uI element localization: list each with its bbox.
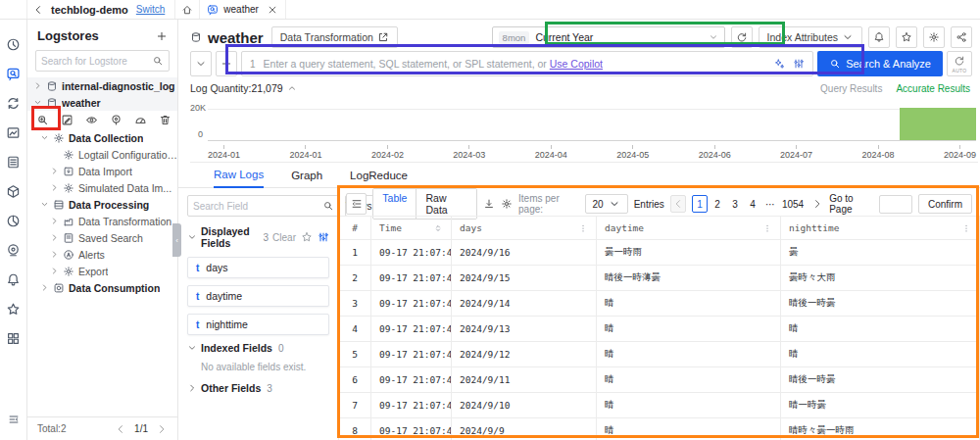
table-row[interactable]: 409-17 21:07:462024/9/13晴晴	[339, 317, 980, 342]
column-header-nighttime[interactable]: nighttime	[781, 217, 980, 240]
star-icon[interactable]	[301, 231, 313, 243]
cell-days[interactable]: 2024/9/16	[452, 240, 597, 266]
cell-days[interactable]: 2024/9/10	[452, 393, 597, 418]
field-settings-icon[interactable]	[318, 231, 329, 243]
home-icon[interactable]	[174, 0, 200, 19]
row-index[interactable]: 8	[339, 418, 371, 440]
field-chip-daytime[interactable]: tdaytime	[187, 285, 329, 307]
cell-days[interactable]: 2024/9/12	[452, 342, 597, 367]
chevron-right-icon[interactable]	[49, 267, 59, 275]
query-results-toggle[interactable]: Query Results	[820, 83, 882, 94]
page-4[interactable]: 4	[745, 195, 760, 213]
cell-days[interactable]: 2024/9/14	[452, 291, 597, 317]
field-chip-nighttime[interactable]: tnighttime	[187, 314, 329, 335]
cell-time[interactable]: 09-17 21:07:46	[371, 266, 452, 291]
alerts-button[interactable]	[868, 26, 890, 48]
table-row[interactable]: 509-17 21:07:462024/9/12晴晴	[339, 342, 980, 367]
page-2[interactable]: 2	[710, 195, 725, 213]
row-index[interactable]: 1	[339, 240, 371, 266]
query-input[interactable]: 1 Enter a query statement, SQL statement…	[241, 51, 813, 76]
field-search[interactable]	[187, 195, 340, 217]
next-entries-button[interactable]	[811, 198, 823, 210]
chevron-down-icon[interactable]	[39, 133, 49, 142]
search-plus-icon[interactable]	[36, 114, 49, 126]
column-header-daytime[interactable]: daytime	[597, 217, 781, 240]
download-icon[interactable]	[483, 198, 495, 210]
edit-icon[interactable]	[61, 114, 74, 126]
gauge-icon[interactable]	[134, 114, 147, 126]
tab-graph[interactable]: Graph	[291, 170, 322, 187]
cell-daytime[interactable]: 晴後一時薄曇	[597, 266, 781, 291]
cell-time[interactable]: 09-17 21:07:46	[371, 393, 452, 418]
table-settings-icon[interactable]	[501, 198, 513, 210]
logstore-search-input[interactable]	[41, 56, 152, 67]
close-tab-icon[interactable]	[267, 4, 278, 16]
chevron-right-icon[interactable]	[39, 283, 49, 292]
cell-daytime[interactable]: 晴	[597, 367, 781, 393]
doc-list-icon[interactable]	[2, 147, 25, 176]
cell-daytime[interactable]: 晴	[597, 418, 781, 440]
tree-item-alerts[interactable]: Alerts	[27, 246, 177, 263]
column-header-time[interactable]: Time	[371, 217, 452, 240]
cell-time[interactable]: 09-17 21:07:46	[371, 342, 452, 367]
cell-days[interactable]: 2024/9/15	[452, 266, 597, 291]
row-index[interactable]: 2	[339, 266, 371, 291]
cell-nighttime[interactable]: 曇	[781, 240, 980, 266]
column-menu-icon[interactable]	[961, 223, 971, 233]
cell-daytime[interactable]: 晴	[597, 317, 781, 342]
share-button[interactable]	[951, 26, 972, 48]
table-row[interactable]: 209-17 21:07:462024/9/15晴後一時薄曇曇時々大雨	[339, 266, 980, 291]
table-row[interactable]: 809-17 21:07:462024/9/9晴晴時々曇一時雨	[339, 418, 980, 440]
tree-item-weather[interactable]: weather	[27, 94, 177, 111]
bell-icon[interactable]	[2, 265, 25, 294]
cell-daytime[interactable]: 晴	[597, 393, 781, 418]
table-row[interactable]: 109-17 21:07:462024/9/16曇一時雨曇	[339, 240, 980, 266]
collapse-menu-icon[interactable]	[2, 405, 25, 434]
tree-item-export[interactable]: Export	[27, 263, 177, 279]
tree-item-logtail-configurations[interactable]: Logtail Configurations	[27, 146, 177, 163]
chevron-down-icon[interactable]	[39, 200, 49, 209]
chevron-right-icon[interactable]	[49, 183, 59, 192]
search-analyze-button[interactable]: Search & Analyze	[817, 51, 943, 76]
collapse-fields-button[interactable]	[346, 193, 367, 215]
logstore-search[interactable]	[35, 50, 170, 72]
chevron-right-icon[interactable]	[49, 167, 59, 175]
tree-item-data-import[interactable]: Data Import	[27, 163, 177, 179]
field-search-input[interactable]	[193, 201, 322, 212]
histogram-bar-2024-09[interactable]	[900, 108, 976, 140]
use-copilot-link[interactable]: Use Copilot	[550, 58, 603, 70]
column-header-days[interactable]: days	[452, 217, 597, 240]
cell-days[interactable]: 2024/9/9	[452, 418, 597, 440]
settings-button[interactable]	[923, 26, 945, 48]
search-chat-icon[interactable]	[2, 59, 25, 88]
prev-page-icon[interactable]	[115, 423, 126, 435]
chevron-right-icon[interactable]	[49, 217, 59, 225]
cell-time[interactable]: 09-17 21:07:46	[371, 317, 452, 342]
data-transformation-button[interactable]: Data Transformation	[271, 26, 398, 48]
chevron-right-icon[interactable]	[32, 81, 42, 90]
accurate-results-toggle[interactable]: Accurate Results	[896, 83, 970, 94]
tree-item-data-collection[interactable]: Data Collection	[27, 129, 177, 146]
trash-icon[interactable]	[159, 114, 172, 126]
indexed-fields-header[interactable]: Indexed Fields 0	[187, 342, 329, 354]
clear-fields-button[interactable]: Clear	[272, 232, 296, 243]
time-range-picker[interactable]: 8mon Current Year	[492, 26, 725, 48]
cell-daytime[interactable]: 晴	[597, 342, 781, 367]
add-query-tab-button[interactable]	[216, 51, 237, 76]
cell-nighttime[interactable]: 晴一時曇	[781, 393, 980, 418]
copilot-sparkle-icon[interactable]	[773, 58, 785, 70]
cell-time[interactable]: 09-17 21:07:46	[371, 367, 452, 393]
cell-daytime[interactable]: 曇一時雨	[597, 240, 781, 266]
view-toggle-table[interactable]: Table	[373, 189, 416, 219]
column-menu-icon[interactable]	[762, 223, 772, 233]
query-settings-icon[interactable]	[793, 58, 805, 70]
tree-item-saved-search[interactable]: Saved Search	[27, 229, 177, 246]
index-attributes-button[interactable]: Index Attributes	[759, 26, 862, 48]
other-fields-header[interactable]: Other Fields 3	[187, 382, 329, 394]
column-menu-icon[interactable]	[578, 223, 588, 233]
tree-item-internal-diagnostic-log[interactable]: internal-diagnostic_log	[27, 77, 177, 94]
table-row[interactable]: 609-17 21:07:462024/9/11晴晴後一時曇	[339, 367, 980, 393]
go-to-page-input[interactable]	[879, 195, 912, 214]
cell-time[interactable]: 09-17 21:07:46	[371, 291, 452, 317]
cube-icon[interactable]	[2, 176, 25, 206]
